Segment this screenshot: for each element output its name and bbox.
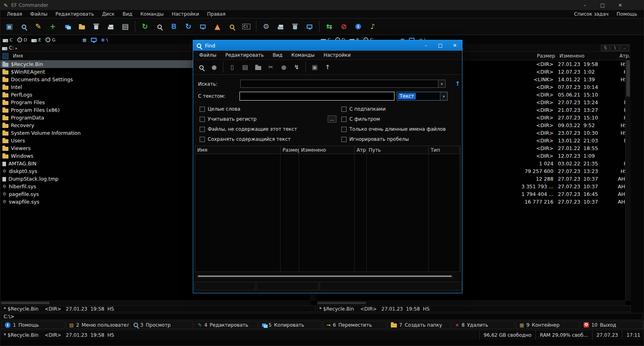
search-pattern-combo[interactable] <box>240 80 446 88</box>
checkbox-box[interactable] <box>200 137 205 142</box>
checkbox-ignore-spaces[interactable]: Игнорировать пробелы <box>341 136 409 142</box>
scrollbar-thumb[interactable] <box>318 302 366 304</box>
network-button[interactable]: ⊕\ <box>99 36 109 43</box>
fn-2-user-menu-button[interactable]: ▤2Меню пользователя <box>66 321 129 329</box>
fn-8-delete-button[interactable]: ×8Удалить <box>452 321 515 329</box>
menu-item-3[interactable]: Диск <box>98 10 118 18</box>
recycle-button[interactable] <box>288 20 302 33</box>
save-result-button[interactable]: ▣ <box>308 61 321 73</box>
find-menu-item-1[interactable]: Редактировать <box>221 52 268 58</box>
checkbox-box[interactable] <box>341 137 347 142</box>
column-header-modified[interactable]: Изменено <box>555 53 619 59</box>
menu-item-0[interactable]: Левая <box>3 10 26 18</box>
print-button[interactable] <box>103 20 118 33</box>
result-column-attr[interactable]: Атр... <box>355 146 367 154</box>
result-column-size[interactable]: Размер <box>281 146 299 154</box>
terminal-button[interactable] <box>239 20 254 33</box>
go-up-button[interactable]: ↑ <box>321 61 334 73</box>
pause-button[interactable]: ● <box>277 61 290 73</box>
panel-menu-button[interactable] <box>2 53 8 59</box>
find-computer-button[interactable] <box>196 20 210 33</box>
menu-item-6[interactable]: Настройки <box>168 10 203 18</box>
drive-e-button[interactable]: E <box>30 36 43 43</box>
result-list-button[interactable]: ▤ <box>239 61 252 73</box>
run-button[interactable]: ↯ <box>290 61 303 73</box>
edit-file-button[interactable]: ✎ <box>31 20 45 33</box>
result-column-modified[interactable]: Изменено <box>299 146 355 154</box>
search-pattern-input[interactable] <box>241 80 438 87</box>
fn-5-copy-button[interactable]: 5Копировать <box>258 321 322 329</box>
result-column-name[interactable]: Имя <box>195 146 281 154</box>
checkbox-with-filter[interactable]: С фильтром <box>341 116 380 122</box>
find-menu-item-0[interactable]: Файлы <box>195 52 221 58</box>
chevron-down-icon[interactable] <box>440 92 447 100</box>
fn-7-mkdir-button[interactable]: 7Создать папку <box>387 321 451 329</box>
find-minimize-button[interactable]: – <box>419 40 433 51</box>
column-header-name[interactable]: Имя <box>11 53 188 59</box>
result-column-path[interactable]: Путь <box>367 146 429 154</box>
horizontal-scrollbar[interactable] <box>0 301 311 305</box>
menu-item-5[interactable]: Команды <box>136 10 168 18</box>
scrollbar-thumb[interactable] <box>1 302 50 304</box>
new-folder-button[interactable] <box>74 20 89 33</box>
fn-1-help-button[interactable]: 1Помощь <box>1 321 65 329</box>
chevron-down-icon[interactable] <box>438 80 445 87</box>
reread-button[interactable]: ↻ <box>181 20 196 33</box>
checkbox-files-not-containing[interactable]: Файлы, не содержащие этот текст <box>200 126 297 132</box>
find-dialog-titlebar[interactable]: Find – □ ✕ <box>193 40 462 51</box>
quick-view-button[interactable]: B <box>167 20 181 33</box>
find-files-button[interactable] <box>17 20 31 33</box>
open-folder-button[interactable] <box>252 61 264 73</box>
start-search-button[interactable] <box>195 61 208 73</box>
close-button[interactable]: ✕ <box>611 0 629 10</box>
find-menu-item-2[interactable]: Вид <box>268 52 287 58</box>
refresh-button[interactable]: ↻ <box>138 20 152 33</box>
checkbox-with-subfolders[interactable]: С подпапками <box>341 106 386 112</box>
checkbox-match-case[interactable]: Учитывать регистр <box>200 116 256 122</box>
find-menu-item-3[interactable]: Команды <box>287 52 319 58</box>
info-button[interactable] <box>351 20 365 33</box>
checkbox-very-long-names[interactable]: Только очень длинные имена файлов <box>341 126 446 132</box>
floppy-button[interactable]: ▦ <box>81 36 88 43</box>
scrollbar-thumb[interactable] <box>626 60 630 97</box>
minimize-button[interactable]: – <box>576 0 594 10</box>
menu-right-item-0[interactable]: Список задач <box>570 10 613 18</box>
fn-10-exit-button[interactable]: 10Выход <box>580 321 644 329</box>
fn-9-container-button[interactable]: ▦9Контейнер <box>516 321 579 329</box>
fn-4-edit-button[interactable]: ✎4Редактировать <box>194 321 258 329</box>
new-search-button[interactable]: ▯ <box>226 61 239 73</box>
menu-item-4[interactable]: Вид <box>119 10 136 18</box>
system-tools-button[interactable]: ⚙ <box>259 20 273 33</box>
fn-3-view-button[interactable]: 3Просмотр <box>130 321 194 329</box>
signal-cone-button[interactable]: ▲ <box>210 20 225 33</box>
checkbox-box[interactable] <box>200 127 205 132</box>
copy-new-button[interactable]: + <box>45 20 60 33</box>
checkbox-keep-contained-text[interactable]: Сохранять содержащийся текст <box>200 136 291 142</box>
menu-item-7[interactable]: Правая <box>203 10 230 18</box>
column-header-size[interactable]: Размер <box>504 53 555 59</box>
checkbox-box[interactable] <box>200 117 205 122</box>
column-header-attr[interactable]: Атр... <box>619 53 631 59</box>
menu-item-1[interactable]: Файлы <box>26 10 52 18</box>
net-disconnect-button[interactable]: ⊘ <box>336 20 351 33</box>
find-results-hscrollbar[interactable] <box>196 274 453 278</box>
horizontal-scrollbar[interactable] <box>317 301 625 305</box>
desktop-button[interactable] <box>89 36 98 43</box>
delete-button[interactable] <box>89 20 103 33</box>
path-button-1[interactable]: \ <box>611 45 619 51</box>
panel-view-button[interactable]: ▣ <box>2 20 17 33</box>
drive-g-button[interactable]: G <box>44 36 57 43</box>
menu-right-item-1[interactable]: Помощь <box>613 10 641 18</box>
cut-button[interactable]: ✂ <box>264 61 277 73</box>
audio-button[interactable]: ♪ <box>365 20 380 33</box>
menu-item-2[interactable]: Редактировать <box>52 10 98 18</box>
path-button-2[interactable]: .. <box>620 45 629 51</box>
display-button[interactable] <box>302 20 317 33</box>
checkbox-box[interactable] <box>341 127 347 132</box>
fn-6-move-button[interactable]: →6Переместить <box>323 321 386 329</box>
checkbox-whole-words[interactable]: Целые слова <box>200 106 240 112</box>
file-list-button[interactable]: ▤ <box>118 20 132 33</box>
checkbox-box[interactable] <box>341 107 347 112</box>
stop-button[interactable]: ● <box>208 61 221 73</box>
history-up-button[interactable]: ↑ <box>454 80 461 88</box>
